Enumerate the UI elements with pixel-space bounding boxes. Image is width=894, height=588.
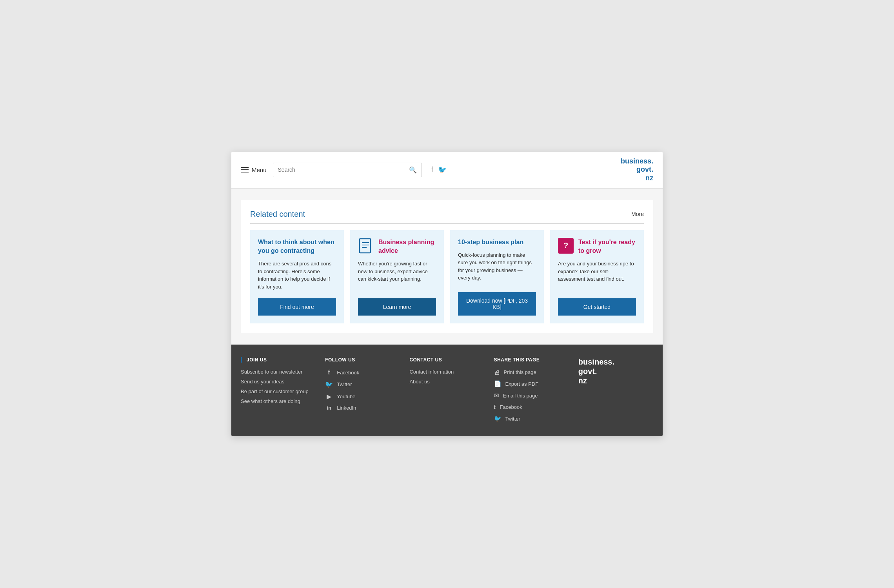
card-planning-header: Business planning advice xyxy=(358,238,436,256)
footer-follow-col: FOLLOW US f Facebook 🐦 Twitter ▶ Youtube… xyxy=(325,357,400,427)
download-now-button[interactable]: Download now [PDF, 203 KB] xyxy=(458,292,536,316)
find-out-more-button[interactable]: Find out more xyxy=(258,298,336,316)
search-box: 🔍 xyxy=(273,163,422,177)
footer-linkedin-link[interactable]: LinkedIn xyxy=(337,405,356,411)
question-icon: ? xyxy=(558,238,574,254)
footer-youtube-link[interactable]: Youtube xyxy=(337,394,355,399)
footer-pdf-icon: 📄 xyxy=(494,380,502,387)
card-grow-title: Test if you're ready to grow xyxy=(578,238,636,256)
footer-linkedin-icon: in xyxy=(325,405,333,411)
footer-share-col: SHARE THIS PAGE 🖨 Print this page 📄 Expo… xyxy=(494,357,569,427)
card-grow-desc: Are you and your business ripe to expand… xyxy=(558,260,636,290)
footer-share-facebook-link[interactable]: Facebook xyxy=(500,404,522,410)
card-contracting-desc: There are several pros and cons to contr… xyxy=(258,260,336,290)
footer-linkedin-item: in LinkedIn xyxy=(325,405,400,411)
footer-link-newsletter[interactable]: Subscribe to our newsletter xyxy=(241,369,316,375)
footer-pdf-link[interactable]: Export as PDF xyxy=(505,381,539,387)
footer-share-facebook-icon: f xyxy=(494,404,496,410)
twitter-header-icon[interactable]: 🐦 xyxy=(438,165,447,174)
footer-share-facebook-item: f Facebook xyxy=(494,404,569,410)
card-contracting: What to think about when you go contract… xyxy=(250,230,344,324)
related-content-title: Related content xyxy=(250,210,305,219)
footer-link-others-doing[interactable]: See what others are doing xyxy=(241,398,316,404)
footer-grid: JOIN US Subscribe to our newsletter Send… xyxy=(241,357,653,427)
get-started-button[interactable]: Get started xyxy=(558,298,636,316)
footer-pdf-item: 📄 Export as PDF xyxy=(494,380,569,387)
card-contracting-title: What to think about when you go contract… xyxy=(258,238,336,256)
footer-youtube-item: ▶ Youtube xyxy=(325,393,400,400)
footer-twitter-link[interactable]: Twitter xyxy=(337,381,352,387)
card-planning: Business planning advice Whether you're … xyxy=(350,230,444,324)
footer-contact-title: CONTACT US xyxy=(409,357,484,363)
footer-twitter-icon: 🐦 xyxy=(325,381,333,388)
footer-email-icon: ✉ xyxy=(494,392,499,399)
footer-share-twitter-link[interactable]: Twitter xyxy=(505,416,520,422)
search-input[interactable] xyxy=(273,163,404,176)
footer-contact-col: CONTACT US Contact information About us xyxy=(409,357,484,427)
footer-join-title: JOIN US xyxy=(241,357,316,363)
footer-youtube-icon: ▶ xyxy=(325,393,333,400)
footer-link-customer-group[interactable]: Be part of our customer group xyxy=(241,388,316,394)
related-header: Related content More xyxy=(250,210,644,224)
card-planning-desc: Whether you're growing fast or new to bu… xyxy=(358,260,436,290)
card-grow-header: ? Test if you're ready to grow xyxy=(558,238,636,256)
hamburger-icon xyxy=(241,167,249,172)
facebook-header-icon[interactable]: f xyxy=(431,165,433,174)
footer-follow-title: FOLLOW US xyxy=(325,357,400,363)
footer-twitter-item: 🐦 Twitter xyxy=(325,381,400,388)
menu-button[interactable]: Menu xyxy=(241,167,267,173)
header-social-icons: f 🐦 xyxy=(431,165,447,174)
browser-window: Menu 🔍 f 🐦 business.govt.nz Related cont… xyxy=(231,152,663,437)
footer-logo: business.govt.nz xyxy=(578,357,653,385)
footer-facebook-icon: f xyxy=(325,369,333,376)
site-logo: business.govt.nz xyxy=(621,157,653,183)
footer-facebook-item: f Facebook xyxy=(325,369,400,376)
footer-logo-col: business.govt.nz xyxy=(578,357,653,427)
footer: JOIN US Subscribe to our newsletter Send… xyxy=(231,345,663,436)
footer-print-link[interactable]: Print this page xyxy=(504,369,536,375)
footer-print-item: 🖨 Print this page xyxy=(494,369,569,376)
document-icon xyxy=(358,238,374,254)
card-planning-title: Business planning advice xyxy=(378,238,436,256)
footer-email-link[interactable]: Email this page xyxy=(503,393,538,399)
svg-rect-0 xyxy=(360,239,371,253)
card-grow: ? Test if you're ready to grow Are you a… xyxy=(550,230,644,324)
footer-share-twitter-icon: 🐦 xyxy=(494,415,502,422)
footer-share-twitter-item: 🐦 Twitter xyxy=(494,415,569,422)
footer-join-col: JOIN US Subscribe to our newsletter Send… xyxy=(241,357,316,427)
card-10step: 10-step business plan Quick-focus planni… xyxy=(450,230,544,324)
card-10step-desc: Quick-focus planning to make sure you wo… xyxy=(458,251,536,284)
footer-share-title: SHARE THIS PAGE xyxy=(494,357,569,363)
footer-print-icon: 🖨 xyxy=(494,369,500,376)
cards-grid: What to think about when you go contract… xyxy=(250,230,644,324)
related-section: Related content More What to think about… xyxy=(241,200,653,333)
footer-about-us-link[interactable]: About us xyxy=(409,379,484,385)
footer-email-item: ✉ Email this page xyxy=(494,392,569,399)
footer-facebook-link[interactable]: Facebook xyxy=(337,370,359,376)
search-button[interactable]: 🔍 xyxy=(404,163,422,177)
header: Menu 🔍 f 🐦 business.govt.nz xyxy=(231,152,663,189)
footer-link-ideas[interactable]: Send us your ideas xyxy=(241,379,316,385)
main-content: Related content More What to think about… xyxy=(231,189,663,345)
learn-more-button[interactable]: Learn more xyxy=(358,298,436,316)
menu-label: Menu xyxy=(252,167,267,173)
card-10step-title: 10-step business plan xyxy=(458,238,536,247)
footer-contact-info-link[interactable]: Contact information xyxy=(409,369,484,375)
more-link[interactable]: More xyxy=(631,211,644,217)
